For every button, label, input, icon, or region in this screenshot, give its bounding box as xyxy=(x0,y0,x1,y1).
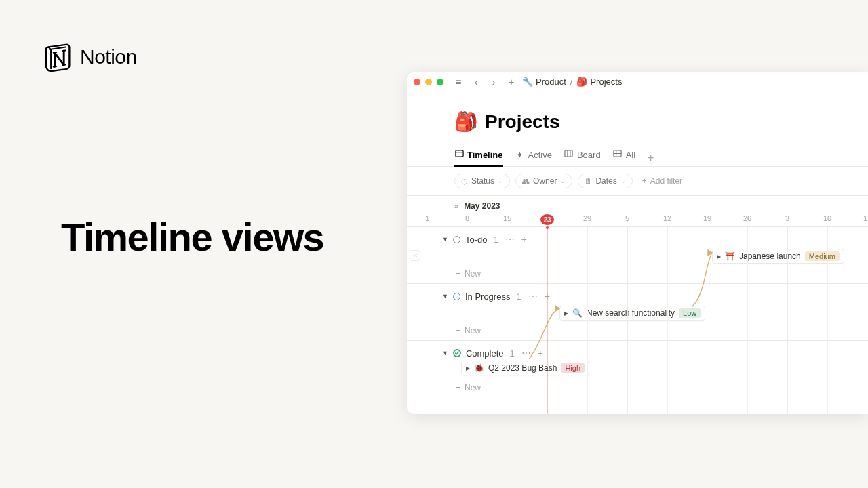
scale-tick: 15 xyxy=(503,214,511,222)
double-chevron-icon[interactable]: » xyxy=(454,202,458,210)
add-filter-button[interactable]: + Add filter xyxy=(638,174,686,188)
scale-tick: 19 xyxy=(703,214,711,222)
scale-tick: 3 xyxy=(785,214,789,222)
priority-badge: High xyxy=(561,363,585,373)
status-circle-icon xyxy=(453,236,460,243)
torii-icon: ⛩️ xyxy=(725,251,735,261)
scale-tick: 8 xyxy=(465,214,469,222)
scale-tick: 23 xyxy=(540,214,554,225)
app-window: ≡ ‹ › + 🔧 Product / 🎒 Projects 🎒 Project… xyxy=(407,72,868,414)
page-title[interactable]: Projects xyxy=(485,111,560,133)
scale-tick: 17 xyxy=(863,214,868,222)
tab-timeline[interactable]: Timeline xyxy=(454,149,503,167)
more-icon[interactable]: ⋯ xyxy=(528,291,538,302)
breadcrumb-current[interactable]: 🎒 Projects xyxy=(576,77,622,87)
triangle-icon: ▶ xyxy=(466,365,470,371)
filter-owner[interactable]: 👥︎ Owner ⌄ xyxy=(515,174,572,188)
group-name: Complete xyxy=(466,348,504,359)
scale-tick: 5 xyxy=(625,214,629,222)
group-todo: ‹‹ ▼ To-do 1 ⋯ + ▶ ⛩️ Japanese launch Me… xyxy=(407,227,868,284)
timeline-icon xyxy=(454,149,464,160)
event-bug-bash[interactable]: ▶ 🐞 Q2 2023 Bug Bash High xyxy=(461,361,589,375)
group-body: ▶ ⛩️ Japanese launch Medium xyxy=(407,249,868,266)
menu-icon[interactable]: ≡ xyxy=(452,75,465,89)
priority-badge: Medium xyxy=(805,251,840,261)
more-icon[interactable]: ⋯ xyxy=(505,234,515,245)
plus-icon: + xyxy=(456,326,460,336)
status-icon: ◌ xyxy=(461,177,468,186)
board-icon xyxy=(564,149,574,160)
status-circle-icon xyxy=(453,293,460,300)
month-label-row: » May 2023 xyxy=(407,196,868,212)
triangle-icon: ▶ xyxy=(717,253,721,260)
owner-icon: 👥︎ xyxy=(522,177,530,185)
forward-button[interactable]: › xyxy=(487,75,500,89)
svg-rect-0 xyxy=(455,150,462,157)
svg-rect-2 xyxy=(565,150,572,157)
triangle-icon: ▶ xyxy=(564,310,568,317)
scale-tick: 10 xyxy=(823,214,831,222)
more-icon[interactable]: ⋯ xyxy=(521,348,531,359)
group-complete: ▼ Complete 1 ⋯ + ▶ 🐞 Q2 2023 Bug Bash Hi… xyxy=(407,341,868,398)
back-button[interactable]: ‹ xyxy=(469,75,483,89)
filter-dates[interactable]: 🗓︎ Dates ⌄ xyxy=(578,174,632,188)
new-item-button[interactable]: + New xyxy=(407,323,868,342)
event-japanese-launch[interactable]: ▶ ⛩️ Japanese launch Medium xyxy=(712,249,844,264)
star-icon: ✦ xyxy=(515,150,525,160)
minimize-window-button[interactable] xyxy=(425,79,432,85)
scale-tick: 1 xyxy=(425,214,429,222)
disclosure-toggle[interactable]: ▼ xyxy=(442,350,448,357)
tab-active[interactable]: ✦ Active xyxy=(515,150,552,167)
group-count: 1 xyxy=(510,348,515,359)
group-body: ▶ 🔍 New search functionality Low xyxy=(407,306,868,323)
close-window-button[interactable] xyxy=(414,79,420,85)
new-item-button[interactable]: + New xyxy=(407,266,868,285)
bug-icon: 🐞 xyxy=(474,363,484,373)
group-name: To-do xyxy=(465,235,488,245)
plus-icon: + xyxy=(456,383,460,392)
add-item-button[interactable]: + xyxy=(521,234,527,245)
breadcrumb-parent[interactable]: 🔧 Product xyxy=(522,77,566,87)
new-page-button[interactable]: + xyxy=(505,75,518,89)
scale-tick: 29 xyxy=(583,214,591,222)
page-header: 🎒 Projects xyxy=(407,92,868,140)
add-item-button[interactable]: + xyxy=(538,348,543,359)
event-new-search[interactable]: ▶ 🔍 New search functionality Low xyxy=(559,306,705,321)
calendar-icon: 🗓︎ xyxy=(585,177,592,185)
notion-logo-icon xyxy=(45,42,72,72)
table-icon xyxy=(613,149,623,160)
title-bar: ≡ ‹ › + 🔧 Product / 🎒 Projects xyxy=(407,72,868,92)
hero-headline: Timeline views xyxy=(61,214,323,260)
view-tabs: Timeline ✦ Active Board All + xyxy=(407,140,868,167)
breadcrumb: 🔧 Product / 🎒 Projects xyxy=(522,77,622,87)
group-name: In Progress xyxy=(465,291,510,302)
event-title: Japanese launch xyxy=(739,251,801,261)
disclosure-toggle[interactable]: ▼ xyxy=(442,236,448,243)
scale-tick: 12 xyxy=(663,214,671,222)
today-line xyxy=(547,227,548,414)
group-in-progress: ▼ In Progress 1 ⋯ + ▶ 🔍 New search funct… xyxy=(407,284,868,341)
event-title: New search functionality xyxy=(587,308,675,318)
brand-name: Notion xyxy=(80,45,137,68)
new-item-button[interactable]: + New xyxy=(407,380,868,399)
group-body: ▶ 🐞 Q2 2023 Bug Bash High xyxy=(407,363,868,380)
backpack-icon: 🎒 xyxy=(576,77,587,87)
tab-board[interactable]: Board xyxy=(564,149,601,167)
filters-row: ◌ Status ⌄ 👥︎ Owner ⌄ 🗓︎ Dates ⌄ + Add f… xyxy=(407,167,868,196)
group-count: 1 xyxy=(493,235,498,245)
chevron-down-icon: ⌄ xyxy=(498,178,503,184)
disclosure-toggle[interactable]: ▼ xyxy=(442,293,448,300)
plus-icon: + xyxy=(456,269,460,279)
page-emoji[interactable]: 🎒 xyxy=(454,113,478,131)
add-view-button[interactable]: + xyxy=(648,152,654,164)
plus-icon: + xyxy=(642,176,647,186)
window-controls xyxy=(414,79,443,85)
scale-tick: 26 xyxy=(743,214,751,222)
month-label: May 2023 xyxy=(464,201,500,211)
tab-all[interactable]: All xyxy=(613,149,635,167)
breadcrumb-separator: / xyxy=(570,77,573,87)
timeline-body: ‹‹ ▼ To-do 1 ⋯ + ▶ ⛩️ Japanese launch Me… xyxy=(407,227,868,414)
zoom-window-button[interactable] xyxy=(437,79,443,85)
wrench-icon: 🔧 xyxy=(522,77,533,87)
filter-status[interactable]: ◌ Status ⌄ xyxy=(454,174,510,188)
